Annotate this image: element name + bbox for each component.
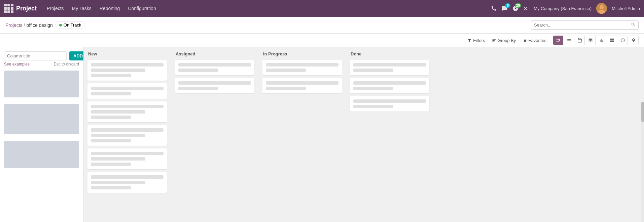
see-examples-link[interactable]: See examples	[4, 62, 30, 66]
skeleton-card-1	[4, 71, 79, 97]
view-kanban-btn[interactable]	[553, 36, 563, 45]
main-content: ADD See examples Esc to discard New	[0, 47, 644, 222]
skeleton-card-2	[4, 104, 79, 134]
view-pivot-btn[interactable]	[607, 36, 617, 45]
view-icons	[553, 36, 639, 45]
kanban-col-done: Done	[346, 47, 433, 222]
phone-icon-btn[interactable]	[491, 5, 497, 11]
kanban-card[interactable]	[350, 96, 429, 112]
view-calendar-btn[interactable]	[575, 36, 585, 45]
close-icon-btn[interactable]: ✕	[523, 5, 528, 12]
kanban-col-inprogress: In Progress	[258, 47, 346, 222]
status-dot	[59, 24, 62, 27]
scrollbar-track[interactable]	[641, 102, 644, 222]
breadcrumb-projects[interactable]: Projects	[5, 23, 23, 28]
form-hint: See examples Esc to discard	[4, 62, 79, 66]
esc-discard-label: Esc to discard	[54, 62, 79, 66]
search-icon[interactable]	[631, 22, 636, 28]
kanban-col-title-inprogress: In Progress	[262, 51, 342, 56]
chat-icon-btn[interactable]: 8	[502, 5, 508, 11]
kanban-card[interactable]	[175, 60, 254, 75]
kanban-card[interactable]	[87, 125, 167, 146]
svg-point-1	[600, 5, 604, 9]
kanban-card[interactable]	[262, 78, 342, 93]
company-name: My Company (San Francisco)	[534, 6, 592, 11]
filters-btn[interactable]: Filters	[465, 37, 488, 44]
status-label: On Track	[64, 23, 81, 28]
kanban-card[interactable]	[262, 60, 342, 75]
kanban-card[interactable]	[87, 60, 167, 81]
kanban-card[interactable]	[350, 60, 429, 75]
nav-my-tasks[interactable]: My Tasks	[69, 4, 95, 13]
kanban-card[interactable]	[87, 101, 167, 122]
scrollbar-thumb[interactable]	[641, 102, 644, 122]
nav-projects[interactable]: Projects	[43, 4, 67, 13]
kanban-card[interactable]	[87, 172, 167, 193]
kanban-col-title-assigned: Assigned	[175, 51, 254, 56]
view-map-btn[interactable]	[629, 36, 639, 45]
kanban-col-title-new: New	[87, 51, 167, 56]
view-chart-btn[interactable]	[596, 36, 606, 45]
skeleton-card-3	[4, 141, 79, 168]
chat-badge: 8	[505, 3, 510, 8]
nav-configuration[interactable]: Configuration	[124, 4, 159, 13]
status-badge[interactable]: On Track	[56, 21, 85, 29]
breadcrumb-current: office design	[26, 23, 52, 28]
app-grid-icon[interactable]	[4, 4, 13, 13]
left-panel: ADD See examples Esc to discard	[0, 47, 83, 222]
groupby-btn[interactable]: Group By	[489, 37, 519, 44]
toolbar-actions: Filters Group By Favorites	[465, 37, 549, 44]
view-activity-btn[interactable]	[618, 36, 628, 45]
kanban-card[interactable]	[87, 83, 167, 99]
new-column-form: ADD	[4, 51, 79, 60]
subheader: Projects / office design On Track	[0, 17, 644, 34]
user-avatar[interactable]	[596, 3, 607, 14]
top-navigation: Project Projects My Tasks Reporting Conf…	[0, 0, 644, 17]
column-title-input[interactable]	[4, 51, 67, 60]
username: Mitchell Admin	[612, 6, 640, 11]
view-table-btn[interactable]	[585, 36, 596, 45]
kanban-card[interactable]	[175, 78, 254, 93]
favorites-btn[interactable]: Favorites	[520, 37, 549, 44]
kanban-col-title-done: Done	[350, 51, 429, 56]
kanban-area: New	[83, 47, 641, 222]
kanban-card[interactable]	[350, 78, 429, 93]
search-bar	[531, 20, 639, 30]
breadcrumb-separator: /	[24, 23, 25, 28]
breadcrumb: Projects / office design	[5, 23, 53, 28]
toolbar: Filters Group By Favorites	[0, 34, 644, 47]
app-name: Project	[16, 5, 37, 12]
nav-reporting[interactable]: Reporting	[96, 4, 123, 13]
view-list-btn[interactable]	[564, 36, 574, 45]
kanban-card[interactable]	[87, 148, 167, 169]
search-input[interactable]	[534, 23, 631, 28]
kanban-col-new: New	[83, 47, 171, 222]
activity-icon-btn[interactable]: 29	[512, 5, 518, 11]
activity-badge: 29	[515, 3, 521, 8]
kanban-col-assigned: Assigned	[171, 47, 258, 222]
